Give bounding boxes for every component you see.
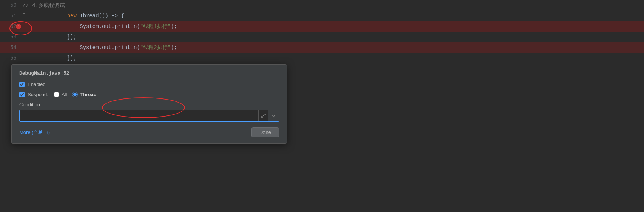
line-number-51: 51 — [0, 13, 23, 19]
enabled-text: Enabled — [28, 81, 46, 87]
line-number-55: 55 — [0, 55, 23, 61]
popup-title: DebugMain.java:52 — [19, 71, 279, 76]
code-line-54: 54 System.out.println("线程2执行"); — [0, 42, 644, 53]
breakpoint-check-icon: ✓ — [17, 25, 19, 28]
thread-radio-label[interactable]: Thread — [72, 92, 96, 97]
thread-radio[interactable] — [72, 92, 78, 97]
suspend-text: Suspend: — [28, 92, 48, 97]
condition-input-row — [19, 110, 279, 122]
thread-radio-text: Thread — [80, 92, 96, 97]
all-radio[interactable] — [54, 92, 59, 97]
all-radio-text: All — [62, 92, 67, 97]
more-link[interactable]: More (⇧⌘F8) — [19, 129, 50, 135]
line-number-54: 54 — [0, 45, 23, 51]
line-number-50: 50 — [0, 2, 23, 8]
breakpoint-popup: DebugMain.java:52 Enabled Suspend: All T… — [11, 64, 287, 144]
line-number-52: 52 ✓ — [0, 23, 23, 29]
expand-icon — [261, 114, 266, 118]
code-line-55: 55 }); — [0, 53, 644, 63]
suspend-checkbox[interactable] — [19, 92, 25, 97]
condition-section: Condition: — [19, 102, 279, 122]
done-button[interactable]: Done — [251, 127, 279, 137]
code-line-52: 52 ✓ System.out.println("线程1执行"); — [0, 21, 644, 32]
suspend-row: Suspend: All Thread — [19, 92, 279, 97]
enabled-checkbox[interactable] — [19, 82, 25, 87]
chevron-down-icon — [272, 114, 276, 118]
collapse-icon: − — [23, 12, 25, 16]
line-number-53: 53 — [0, 34, 23, 40]
enabled-row: Enabled — [19, 81, 279, 87]
dropdown-button[interactable] — [268, 110, 279, 121]
expand-button[interactable] — [258, 110, 268, 121]
breakpoint-marker[interactable]: ✓ — [16, 24, 21, 29]
popup-footer: More (⇧⌘F8) Done — [19, 127, 279, 137]
condition-input[interactable] — [20, 112, 258, 120]
svg-line-0 — [262, 114, 265, 118]
enabled-label[interactable]: Enabled — [19, 81, 46, 87]
all-radio-label[interactable]: All — [54, 92, 67, 97]
suspend-checkbox-label[interactable]: Suspend: — [19, 92, 48, 97]
condition-label: Condition: — [19, 102, 279, 108]
